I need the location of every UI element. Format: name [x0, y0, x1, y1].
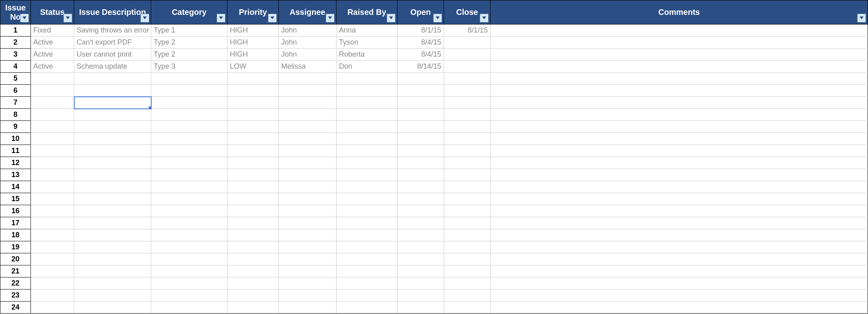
cell-description[interactable] — [74, 85, 151, 97]
cell-close[interactable] — [444, 85, 491, 97]
cell-category[interactable] — [151, 181, 227, 193]
cell-priority[interactable]: HIGH — [227, 24, 279, 37]
cell-status[interactable] — [31, 265, 74, 277]
cell-assignee[interactable] — [279, 157, 337, 169]
cell-close[interactable] — [444, 277, 491, 290]
cell-open[interactable] — [397, 217, 444, 229]
cell-description[interactable]: Can't export PDF — [74, 37, 151, 49]
cell-raised_by[interactable] — [337, 193, 397, 205]
cell-priority[interactable] — [227, 265, 279, 277]
cell-close[interactable] — [444, 241, 491, 253]
cell-close[interactable] — [444, 133, 491, 145]
cell-category[interactable] — [151, 97, 227, 109]
cell-open[interactable] — [397, 290, 444, 302]
cell-issue_no[interactable]: 16 — [0, 205, 31, 217]
cell-comments[interactable] — [491, 109, 868, 121]
filter-dropdown-open[interactable] — [433, 14, 442, 22]
cell-issue_no[interactable]: 12 — [0, 157, 31, 169]
col-header-status[interactable]: Status — [31, 0, 74, 24]
cell-status[interactable] — [31, 169, 74, 181]
cell-open[interactable] — [397, 85, 444, 97]
cell-assignee[interactable]: John — [279, 37, 337, 49]
cell-category[interactable] — [151, 109, 227, 121]
cell-status[interactable] — [31, 109, 74, 121]
cell-category[interactable] — [151, 205, 227, 217]
cell-assignee[interactable] — [279, 109, 337, 121]
cell-issue_no[interactable]: 2 — [0, 37, 31, 49]
cell-open[interactable] — [397, 145, 444, 157]
cell-description[interactable] — [74, 133, 151, 145]
cell-comments[interactable] — [491, 169, 868, 181]
cell-issue_no[interactable]: 22 — [0, 277, 31, 290]
cell-priority[interactable] — [227, 277, 279, 290]
cell-category[interactable] — [151, 277, 227, 290]
cell-assignee[interactable] — [279, 97, 337, 109]
cell-raised_by[interactable]: Anna — [337, 24, 397, 37]
cell-category[interactable] — [151, 217, 227, 229]
cell-comments[interactable] — [491, 205, 868, 217]
cell-comments[interactable] — [491, 24, 868, 37]
cell-issue_no[interactable]: 23 — [0, 290, 31, 302]
col-header-assignee[interactable]: Assignee — [279, 0, 337, 24]
cell-priority[interactable] — [227, 229, 279, 241]
filter-dropdown-issue_no[interactable] — [20, 14, 29, 22]
cell-assignee[interactable] — [279, 229, 337, 241]
cell-assignee[interactable] — [279, 181, 337, 193]
cell-description[interactable] — [74, 302, 151, 314]
cell-description[interactable] — [74, 145, 151, 157]
cell-priority[interactable] — [227, 169, 279, 181]
cell-status[interactable] — [31, 181, 74, 193]
cell-issue_no[interactable]: 3 — [0, 49, 31, 61]
col-header-close[interactable]: Close — [444, 0, 491, 24]
filter-dropdown-category[interactable] — [217, 14, 225, 22]
cell-assignee[interactable] — [279, 145, 337, 157]
cell-comments[interactable] — [491, 181, 868, 193]
cell-open[interactable] — [397, 277, 444, 290]
cell-open[interactable] — [397, 265, 444, 277]
cell-priority[interactable] — [227, 217, 279, 229]
cell-comments[interactable] — [491, 121, 868, 133]
cell-close[interactable] — [444, 253, 491, 265]
cell-status[interactable] — [31, 73, 74, 85]
cell-open[interactable] — [397, 205, 444, 217]
cell-status[interactable]: Active — [31, 61, 74, 73]
cell-issue_no[interactable]: 17 — [0, 217, 31, 229]
cell-open[interactable] — [397, 73, 444, 85]
cell-close[interactable] — [444, 229, 491, 241]
cell-assignee[interactable] — [279, 169, 337, 181]
cell-priority[interactable] — [227, 302, 279, 314]
cell-status[interactable] — [31, 121, 74, 133]
cell-status[interactable] — [31, 145, 74, 157]
col-header-description[interactable]: Issue Description — [74, 0, 151, 24]
cell-comments[interactable] — [491, 61, 868, 73]
cell-comments[interactable] — [491, 265, 868, 277]
cell-close[interactable] — [444, 97, 491, 109]
cell-issue_no[interactable]: 19 — [0, 241, 31, 253]
cell-close[interactable] — [444, 193, 491, 205]
cell-description[interactable]: Saving throws an error — [74, 24, 151, 37]
cell-open[interactable] — [397, 229, 444, 241]
cell-description[interactable] — [74, 241, 151, 253]
cell-category[interactable] — [151, 121, 227, 133]
cell-open[interactable] — [397, 169, 444, 181]
cell-issue_no[interactable]: 9 — [0, 121, 31, 133]
cell-raised_by[interactable]: Don — [337, 61, 397, 73]
cell-status[interactable] — [31, 133, 74, 145]
cell-open[interactable] — [397, 181, 444, 193]
cell-close[interactable] — [444, 61, 491, 73]
cell-priority[interactable] — [227, 73, 279, 85]
cell-status[interactable] — [31, 85, 74, 97]
cell-close[interactable] — [444, 145, 491, 157]
cell-status[interactable] — [31, 290, 74, 302]
cell-close[interactable] — [444, 37, 491, 49]
cell-issue_no[interactable]: 10 — [0, 133, 31, 145]
cell-category[interactable] — [151, 169, 227, 181]
cell-priority[interactable] — [227, 85, 279, 97]
cell-issue_no[interactable]: 24 — [0, 302, 31, 314]
col-header-comments[interactable]: Comments — [491, 0, 868, 24]
cell-close[interactable] — [444, 157, 491, 169]
cell-status[interactable] — [31, 229, 74, 241]
cell-comments[interactable] — [491, 85, 868, 97]
cell-status[interactable] — [31, 253, 74, 265]
cell-comments[interactable] — [491, 157, 868, 169]
